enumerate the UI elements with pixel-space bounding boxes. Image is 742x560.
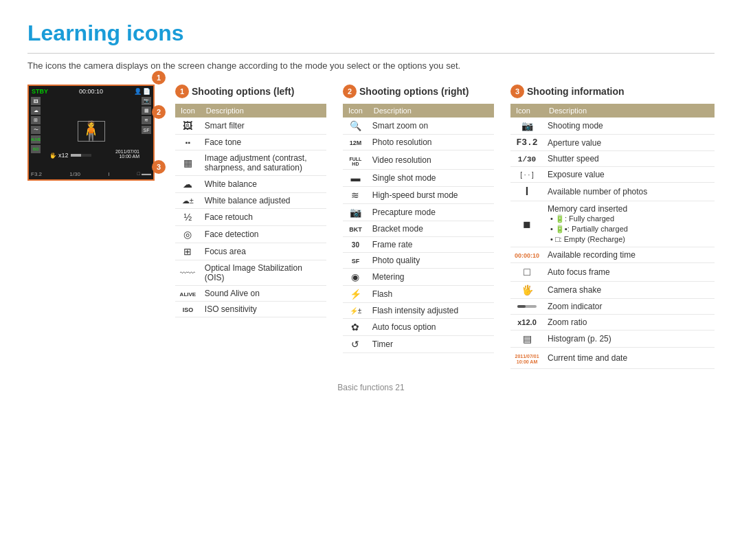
table-row: x12.0 Zoom ratio	[510, 315, 715, 331]
table-row: ▦ Image adjustment (contrast, sharpness,…	[175, 150, 326, 176]
desc-zoom-ratio: Zoom ratio	[543, 315, 715, 331]
section-left: 1 Shooting options (left) Icon Descripti…	[175, 85, 326, 369]
camera-bottom-bar: F3.2 1/30 I □ ▬▬	[31, 171, 151, 177]
icon-sound-alive: ALIVE	[179, 291, 196, 298]
table-row: ▤ Histogram (p. 25)	[510, 331, 715, 348]
section1-badge: 1	[175, 85, 189, 98]
icon-metering: ◉	[347, 271, 363, 282]
table-row: SF Photo quality	[343, 253, 494, 269]
icon-camera-shake: 🖐	[519, 284, 535, 295]
desc-af-frame: Auto focus frame	[543, 263, 715, 282]
table-row: F3.2 Aperture value	[510, 135, 715, 151]
icon-face-detect: ◎	[179, 229, 196, 240]
badge-3: 3	[152, 160, 166, 174]
desc-exposure: Exposure value	[543, 167, 715, 183]
table-row: FULL HD Video resolution	[343, 150, 494, 170]
desc-white-balance: White balance	[201, 176, 326, 193]
table-row: ▬ Single shot mode	[343, 170, 494, 187]
desc-flash: Flash	[368, 286, 494, 303]
icon-datetime: 2011/07/0110:00 AM	[515, 354, 539, 366]
zoom-indicator: 🖐 x12	[49, 152, 151, 159]
icon-memory-card: ◼	[519, 219, 535, 229]
section2-title: 2 Shooting options (right)	[343, 85, 494, 98]
table-row: I Available number of photos	[510, 183, 715, 201]
icon-timer: ↺	[347, 339, 363, 350]
svg-rect-1	[517, 305, 526, 308]
table-row: ◎ Face detection	[175, 226, 326, 243]
desc-avail-photos: Available number of photos	[543, 183, 715, 201]
table-row: 📷 Precapture mode	[343, 204, 494, 221]
badge-1: 1	[152, 71, 166, 85]
icon-avail-photos: I	[519, 186, 535, 198]
icon-histogram: ▤	[519, 333, 535, 344]
desc-camera-shake: Camera shake	[543, 282, 715, 299]
icon-shooting-mode: 📷	[519, 120, 535, 131]
desc-face-detect: Face detection	[201, 226, 326, 243]
icon-bracket: BKT	[347, 226, 363, 233]
camera-preview: STBY 00:00:10 👤 📄 🖼 ☁ ⊞ 〜 ALIVE ISO 📷 ▦	[27, 85, 161, 369]
table-row: ◼ Memory card inserted • 🔋: Fully charge…	[510, 201, 715, 247]
section2-col-desc: Description	[368, 104, 494, 117]
icon-precapture: 📷	[347, 207, 363, 218]
section1-title: 1 Shooting options (left)	[175, 85, 326, 98]
table-row: ISO ISO sensitivity	[175, 302, 326, 317]
table-row: ✿ Auto focus option	[343, 319, 494, 336]
desc-precapture: Precapture mode	[368, 204, 494, 221]
section1-col-desc: Description	[201, 104, 326, 117]
table-row: 00:00:10 Available recording time	[510, 247, 715, 263]
table-row: [ · · ] Exposure value	[510, 167, 715, 183]
desc-datetime: Current time and date	[543, 348, 715, 369]
table-row: ▪▪ Face tone	[175, 135, 326, 150]
desc-timer: Timer	[368, 336, 494, 353]
icon-flash: ⚡	[347, 289, 363, 300]
table-row: Zoom indicator	[510, 299, 715, 315]
desc-memory-card: Memory card inserted • 🔋: Fully charged …	[543, 201, 715, 247]
icon-rec-time: 00:00:10	[515, 252, 539, 259]
icon-ois: 〰〰	[179, 269, 196, 277]
desc-smart-zoom: Smart zoom on	[368, 117, 494, 135]
icon-white-balance: ☁	[179, 179, 196, 190]
table-row: 🖼 Smart filter	[175, 117, 326, 135]
icon-aperture: F3.2	[516, 137, 537, 148]
desc-flash-intensity: Flash intensity adjusted	[368, 303, 494, 319]
right-icons: 📷 ▦ ≋ SF	[142, 97, 151, 134]
badge-2: 2	[152, 105, 166, 119]
icon-exposure: [ · · ]	[519, 171, 535, 179]
table-row: 🔍 Smart zoom on	[343, 117, 494, 135]
desc-single-shot: Single shot mode	[368, 170, 494, 187]
section3-title: 3 Shooting information	[510, 85, 715, 98]
section-right: 2 Shooting options (right) Icon Descript…	[343, 85, 494, 369]
desc-image-adj: Image adjustment (contrast, sharpness, a…	[201, 150, 326, 176]
section2-col-icon: Icon	[343, 104, 368, 117]
desc-histogram: Histogram (p. 25)	[543, 331, 715, 348]
table-row: 📷 Shooting mode	[510, 117, 715, 135]
table-row: 12M Photo resolution	[343, 135, 494, 150]
table-row: ↺ Timer	[343, 336, 494, 353]
desc-face-retouch: Face retouch	[201, 209, 326, 226]
page-footer: Basic functions 21	[27, 383, 715, 392]
table-row: 2011/07/0110:00 AM Current time and date	[510, 348, 715, 369]
table-row: ◉ Metering	[343, 269, 494, 286]
icon-smart-filter: 🖼	[179, 120, 196, 131]
desc-wb-adjusted: White balance adjusted	[201, 193, 326, 209]
section3-table: Icon Description 📷 Shooting mode F3.2 Ap…	[510, 104, 715, 369]
table-row: ☁ White balance	[175, 176, 326, 193]
icon-photo-quality: SF	[347, 258, 363, 265]
desc-photo-res: Photo resolution	[368, 135, 494, 150]
desc-metering: Metering	[368, 269, 494, 286]
table-row: ⚡± Flash intensity adjusted	[343, 303, 494, 319]
table-row: ALIVE Sound Alive on	[175, 286, 326, 302]
icon-wb-adjusted: ☁±	[179, 197, 196, 205]
icon-focus-area: ⊞	[179, 246, 196, 257]
section1-col-icon: Icon	[175, 104, 201, 117]
icon-frame-rate: 30	[347, 241, 363, 249]
desc-frame-rate: Frame rate	[368, 237, 494, 253]
desc-sound-alive: Sound Alive on	[201, 286, 326, 302]
desc-iso: ISO sensitivity	[201, 302, 326, 317]
camera-screen: STBY 00:00:10 👤 📄 🖼 ☁ ⊞ 〜 ALIVE ISO 📷 ▦	[27, 85, 155, 181]
desc-shutter: Shutter speed	[543, 151, 715, 167]
icon-zoom-ratio: x12.0	[517, 318, 537, 326]
icon-face-tone: ▪▪	[179, 139, 196, 146]
icon-shutter: 1/30	[518, 155, 536, 164]
desc-aperture: Aperture value	[543, 135, 715, 151]
